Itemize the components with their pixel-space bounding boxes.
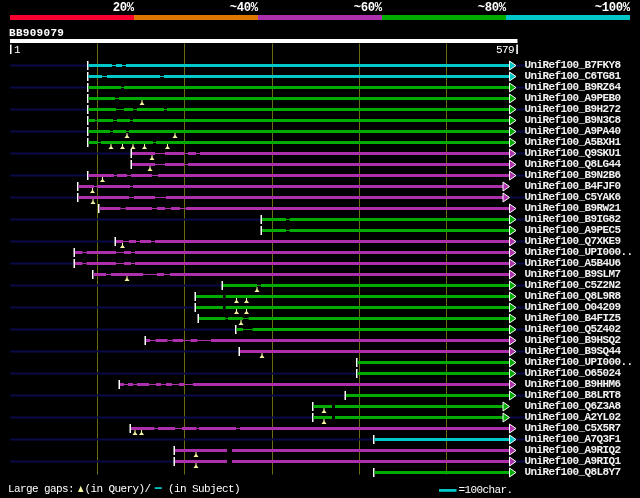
svg-text:20%: 20% [113,1,135,15]
svg-text:~60%: ~60% [354,1,383,15]
svg-text:~100%: ~100% [595,1,631,15]
svg-text:579: 579 [496,44,514,56]
svg-text:~40%: ~40% [230,1,259,15]
svg-text:1: 1 [14,44,21,56]
svg-text:(in Query)/: (in Query)/ [85,483,151,495]
svg-text:(in Subject): (in Subject) [168,483,240,495]
svg-text:UniRef100_Q8L8Y7: UniRef100_Q8L8Y7 [525,466,621,478]
svg-text:Large gaps:: Large gaps: [8,483,74,495]
svg-text:~80%: ~80% [478,1,507,15]
svg-text:=100char.: =100char. [459,484,513,496]
svg-text:BB909079: BB909079 [9,27,64,39]
